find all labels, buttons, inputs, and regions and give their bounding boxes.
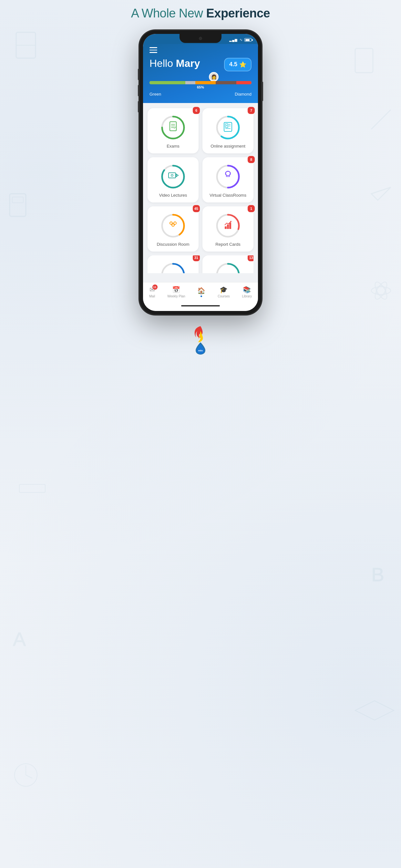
icon-wrap-exams <box>160 115 186 141</box>
icon-wrap-report-cards <box>215 213 241 239</box>
svg-rect-35 <box>168 173 176 178</box>
icon-wrap-video-lectures <box>160 164 186 190</box>
main-content: 6 Exams 7 Online assignment <box>143 103 258 282</box>
card-partial-1[interactable]: 31 <box>148 255 198 273</box>
svg-rect-51 <box>225 226 227 229</box>
badge-virtual-classrooms: 8 <box>248 156 255 163</box>
card-report-cards[interactable]: 1 Report Cards <box>203 206 253 252</box>
segment-green <box>150 81 185 84</box>
segment-gray <box>185 81 196 84</box>
svg-point-54 <box>162 264 184 273</box>
courses-label: Courses <box>218 294 229 298</box>
hamburger-menu[interactable] <box>150 47 251 53</box>
mail-badge: 11 <box>152 284 158 290</box>
home-active-dot <box>201 296 202 297</box>
nav-weekly-plan[interactable]: 📅 Weekly Plan <box>167 286 185 298</box>
nav-home[interactable]: 🏠 <box>197 287 205 297</box>
svg-rect-7 <box>19 485 45 492</box>
card-discussion-room[interactable]: 45 Discussion Room <box>148 206 198 252</box>
card-virtual-classrooms[interactable]: 8 Virtual ClassRooms <box>203 157 253 203</box>
signal-icon: ▂▄▆ <box>229 38 238 42</box>
badge-online-assignment: 7 <box>248 107 255 114</box>
battery-fill <box>245 39 250 41</box>
icon-wrap-partial-1 <box>160 262 186 273</box>
icon-discussion-room <box>167 219 179 232</box>
label-online-assignment: Online assignment <box>211 144 245 149</box>
svg-text:edu: edu <box>198 349 203 352</box>
svg-point-8 <box>376 286 386 296</box>
progress-labels: Green Diamond <box>150 92 251 97</box>
hamburger-line-2 <box>150 50 157 51</box>
page-title: A Whole New Experience <box>131 6 270 20</box>
svg-point-56 <box>217 264 239 273</box>
svg-line-4 <box>388 110 391 113</box>
label-discussion-room: Discussion Room <box>157 242 189 247</box>
card-partial-2[interactable]: 13 <box>203 255 253 273</box>
label-virtual-classrooms: Virtual ClassRooms <box>210 193 246 197</box>
svg-line-3 <box>371 113 388 129</box>
card-video-lectures[interactable]: Video Lectures <box>148 157 198 203</box>
svg-rect-20 <box>170 122 176 131</box>
nav-courses[interactable]: 🎓 Courses <box>218 286 229 298</box>
icon-wrap-partial-2 <box>215 262 241 273</box>
bottom-logo: edu <box>188 324 213 357</box>
home-indicator-bar <box>181 305 220 306</box>
svg-marker-36 <box>176 174 178 177</box>
mail-label: Mail <box>149 294 155 298</box>
greeting: Hello Mary <box>150 58 200 69</box>
svg-point-10 <box>373 280 390 301</box>
progress-end-label: Diamond <box>235 92 251 97</box>
svg-rect-0 <box>16 32 35 58</box>
badge-partial-2: 13 <box>248 255 253 261</box>
app-header: Hello Mary 4.5 ⭐ 👩 <box>143 44 258 103</box>
progress-segments <box>150 81 251 84</box>
home-icon: 🏠 <box>197 287 205 294</box>
weekly-plan-label: Weekly Plan <box>167 294 185 298</box>
courses-icon: 🎓 <box>220 286 227 293</box>
rating-value: 4.5 <box>229 61 237 68</box>
svg-point-9 <box>371 287 391 294</box>
icon-wrap-virtual-classrooms <box>215 164 241 190</box>
progress-start-label: Green <box>150 92 161 97</box>
svg-text:B: B <box>371 564 384 585</box>
svg-point-55 <box>162 264 184 273</box>
weekly-plan-icon: 📅 <box>172 286 180 293</box>
icon-virtual-classrooms <box>222 169 234 183</box>
badge-report-cards: 1 <box>248 205 255 212</box>
svg-point-57 <box>217 264 239 273</box>
home-indicator-area <box>143 301 258 311</box>
card-exams[interactable]: 6 Exams <box>148 108 198 153</box>
badge-exams: 6 <box>193 107 200 114</box>
svg-point-37 <box>171 175 173 176</box>
nav-mail[interactable]: ✉ 11 Mail <box>149 286 155 298</box>
label-exams: Exams <box>166 144 180 149</box>
icon-wrap-online-assignment <box>215 115 241 141</box>
droplet-icon: edu <box>194 341 207 355</box>
phone-frame: ▂▄▆ ∿ Hello Mary 4.5 ⭐ <box>139 30 262 315</box>
cards-grid: 6 Exams 7 Online assignment <box>148 108 253 252</box>
svg-point-11 <box>373 280 390 301</box>
nav-library[interactable]: 📚 Library <box>242 286 252 298</box>
header-row: Hello Mary 4.5 ⭐ <box>150 58 251 71</box>
icon-wrap-discussion-room <box>160 213 186 239</box>
avatar: 👩 <box>209 72 219 82</box>
icon-online-assignment <box>222 120 234 134</box>
rating-badge: 4.5 ⭐ <box>224 58 251 71</box>
star-icon: ⭐ <box>239 61 246 68</box>
svg-rect-53 <box>229 222 231 229</box>
library-icon: 📚 <box>243 286 251 293</box>
svg-rect-5 <box>10 194 26 216</box>
notch <box>180 34 221 43</box>
bottom-nav: ✉ 11 Mail 📅 Weekly Plan 🏠 🎓 Courses 📚 Li… <box>143 282 258 301</box>
svg-rect-2 <box>355 49 373 73</box>
svg-point-15 <box>14 764 37 786</box>
hamburger-line-1 <box>150 47 157 48</box>
label-report-cards: Report Cards <box>215 242 240 247</box>
svg-text:A: A <box>13 628 26 650</box>
svg-rect-6 <box>12 197 23 203</box>
segment-dark <box>216 81 236 84</box>
card-online-assignment[interactable]: 7 Online assignment <box>203 108 253 153</box>
progress-percent: 65% <box>150 85 251 89</box>
label-video-lectures: Video Lectures <box>159 193 187 197</box>
front-camera <box>199 37 202 40</box>
